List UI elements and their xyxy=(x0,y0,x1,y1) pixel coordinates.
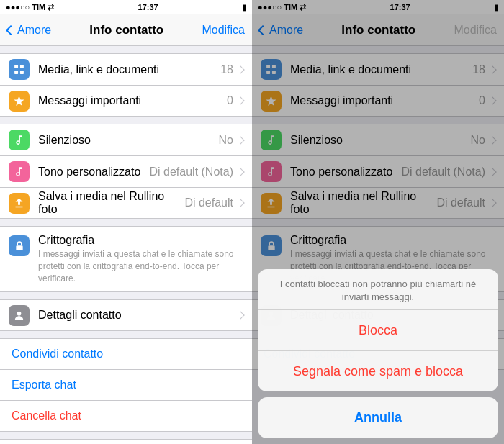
left-condividi-link[interactable]: Condividi contatto xyxy=(0,338,252,369)
action-sheet-cancel-group: Annulla xyxy=(258,397,498,438)
left-mute-chevron xyxy=(236,136,244,144)
blocca-button[interactable]: Blocca xyxy=(258,309,498,350)
left-back-button[interactable]: Amore xyxy=(7,24,51,37)
left-media-value: 18 xyxy=(220,63,233,76)
left-section-1: Media, link e documenti 18 Messaggi impo… xyxy=(0,53,252,117)
right-panel: ●●●○○ TIM ⇄ 17:37 ▮ Amore Info contatto … xyxy=(252,0,504,444)
left-starred-label: Messaggi importanti xyxy=(38,94,227,107)
svg-rect-5 xyxy=(16,245,22,250)
left-row-crypto[interactable]: Crittografia I messaggi inviati a questa… xyxy=(0,226,252,292)
left-details-label: Dettagli contatto xyxy=(38,309,238,322)
left-row-tone[interactable]: Tono personalizzato Di default (Nota) xyxy=(0,155,252,187)
left-section-2: Silenzioso No Tono personalizzato Di def… xyxy=(0,124,252,219)
left-section-details: Dettagli contatto xyxy=(0,299,252,331)
segnala-blocca-button[interactable]: Segnala come spam e blocca xyxy=(258,350,498,391)
left-section-crypto: Crittografia I messaggi inviati a questa… xyxy=(0,226,252,292)
action-sheet-overlay: I contatti bloccati non potranno più chi… xyxy=(252,0,504,444)
left-row-details[interactable]: Dettagli contatto xyxy=(0,299,252,331)
left-starred-value: 0 xyxy=(227,94,233,107)
left-tone-label: Tono personalizzato xyxy=(38,166,150,178)
left-cancella-link[interactable]: Cancella chat xyxy=(0,400,252,432)
annulla-button[interactable]: Annulla xyxy=(258,397,498,438)
action-sheet-main-group: I contatti bloccati non potranno più chi… xyxy=(258,269,498,391)
left-save-label: Salva i media nel Rullino foto xyxy=(38,190,184,216)
left-modifica-button[interactable]: Modifica xyxy=(202,24,245,37)
left-row-starred[interactable]: Messaggi importanti 0 xyxy=(0,85,252,117)
svg-rect-2 xyxy=(14,71,18,74)
left-save-chevron xyxy=(236,199,244,207)
svg-rect-1 xyxy=(20,65,24,68)
left-starred-icon xyxy=(9,91,30,112)
left-nav-bar: Amore Info contatto Modifica xyxy=(0,14,252,46)
left-media-label: Media, link e documenti xyxy=(38,63,220,76)
left-battery: ▮ xyxy=(242,3,246,12)
left-mute-value: No xyxy=(219,134,233,147)
left-media-chevron xyxy=(236,65,244,73)
left-content: Media, link e documenti 18 Messaggi impo… xyxy=(0,46,252,444)
left-row-media[interactable]: Media, link e documenti 18 xyxy=(0,53,252,85)
left-section-danger: Blocca contatto Segnala come spam xyxy=(0,439,252,444)
left-tone-value: Di default (Nota) xyxy=(150,166,234,178)
overlay-dim[interactable]: I contatti bloccati non potranno più chi… xyxy=(252,0,504,444)
left-starred-chevron xyxy=(236,96,244,104)
left-time: 17:37 xyxy=(138,3,158,12)
left-crypto-title: Crittografia xyxy=(38,234,243,247)
left-save-icon xyxy=(9,193,30,214)
left-row-mute[interactable]: Silenzioso No xyxy=(0,124,252,155)
left-tone-chevron xyxy=(236,168,244,176)
left-save-value: Di default xyxy=(184,196,233,209)
left-mute-icon xyxy=(9,130,30,150)
left-crypto-icon xyxy=(9,235,30,256)
left-row-save[interactable]: Salva i media nel Rullino foto Di defaul… xyxy=(0,187,252,219)
left-battery-text: ▮ xyxy=(242,3,246,12)
action-sheet-message: I contatti bloccati non potranno più chi… xyxy=(258,269,498,309)
left-section-links: Condividi contatto Esporta chat Cancella… xyxy=(0,338,252,432)
left-esporta-link[interactable]: Esporta chat xyxy=(0,369,252,400)
left-nav-title: Info contatto xyxy=(89,23,163,37)
svg-rect-3 xyxy=(20,71,24,74)
left-back-chevron xyxy=(6,24,16,35)
left-tone-icon xyxy=(9,161,30,182)
svg-marker-4 xyxy=(14,96,24,105)
left-panel: ●●●○○ TIM ⇄ 17:37 ▮ Amore Info contatto … xyxy=(0,0,252,444)
left-crypto-desc: I messaggi inviati a questa chat e le ch… xyxy=(38,248,243,284)
left-details-chevron xyxy=(236,312,244,320)
left-media-icon xyxy=(9,59,30,80)
left-details-icon xyxy=(9,305,30,326)
left-blocca-link[interactable]: Blocca contatto xyxy=(0,439,252,444)
left-carrier: ●●●○○ TIM ⇄ xyxy=(6,3,54,12)
svg-rect-0 xyxy=(14,65,18,68)
left-back-label: Amore xyxy=(17,24,51,37)
svg-point-6 xyxy=(17,312,22,316)
left-status-bar: ●●●○○ TIM ⇄ 17:37 ▮ xyxy=(0,0,252,14)
action-sheet: I contatti bloccati non potranno più chi… xyxy=(252,269,504,444)
left-crypto-content: Crittografia I messaggi inviati a questa… xyxy=(38,234,243,284)
left-mute-label: Silenzioso xyxy=(38,134,219,147)
